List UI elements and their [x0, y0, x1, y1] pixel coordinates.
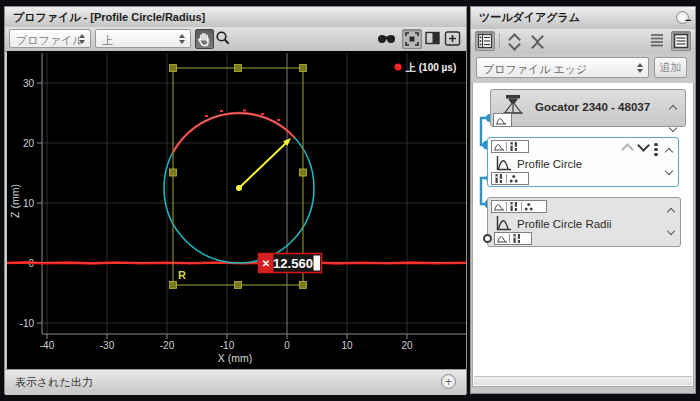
svg-text:-20: -20	[160, 340, 175, 351]
hand-icon	[196, 30, 213, 48]
svg-text:-10: -10	[20, 318, 35, 329]
profile-plot-area[interactable]: 30 20 10 0 -10 -40 -30 -20 -10 0 10 20 X…	[7, 51, 466, 369]
radii-output-ports[interactable]	[494, 232, 532, 245]
profile-port-icon	[495, 115, 507, 126]
boxed-list-icon	[672, 32, 690, 50]
profile-circle-input-ports[interactable]	[491, 140, 529, 153]
z-axis-label: Z (mm)	[9, 184, 21, 218]
sensor-block-label: Gocator 2340 - 48037	[535, 101, 650, 113]
sensor-icon	[501, 95, 525, 115]
svg-text:10: 10	[23, 198, 35, 209]
add-tool-button[interactable]: 追加	[654, 57, 687, 78]
move-up-icon[interactable]	[621, 143, 634, 156]
legend-dot-icon	[395, 64, 402, 71]
profile-view-panel: プロファイル - [Profile Circle/Radius] プロファイル …	[4, 6, 467, 394]
x-axis-label: X (mm)	[218, 352, 252, 364]
scan-arc-highlight	[173, 113, 295, 153]
block-collapse-icon[interactable]	[665, 202, 677, 238]
feature-port-icon	[508, 173, 520, 184]
plot-grid	[42, 53, 466, 334]
z-tick-labels: 30 20 10 0 -10	[20, 78, 35, 329]
measurement-port-icon	[493, 173, 505, 184]
profile-port-icon	[496, 233, 508, 244]
svg-text:20: 20	[401, 340, 413, 351]
expand-all-button[interactable]	[505, 31, 525, 51]
mode-dropdown[interactable]: プロファイル	[9, 29, 91, 48]
profile-circle-label: Profile Circle	[517, 158, 582, 170]
svg-text:0: 0	[284, 340, 290, 351]
feature-port-icon	[523, 201, 535, 212]
radii-input-ports[interactable]	[491, 200, 547, 213]
tool-diagram-title: ツールダイアグラム	[479, 10, 580, 25]
profile-circle-radii-label: Profile Circle Radii	[517, 218, 612, 230]
scan-arc	[173, 113, 295, 153]
radius-arrow[interactable]	[239, 143, 286, 188]
diagram-list-icon	[476, 32, 494, 50]
measurement-port-icon	[508, 141, 520, 152]
svg-text:30: 30	[23, 78, 35, 89]
block-collapse-icon[interactable]	[663, 142, 675, 178]
measurement-region[interactable]	[173, 68, 303, 285]
unconnected-port-icon[interactable]	[483, 234, 492, 243]
toolbar-separator	[499, 33, 500, 49]
right-panel-titlebar: ツールダイアグラム −	[471, 7, 695, 30]
profile-tool-icon	[495, 215, 512, 232]
diagram-view-button[interactable]	[475, 31, 495, 51]
zoom-tool-button[interactable]	[214, 29, 233, 49]
circle-center-dot[interactable]	[236, 185, 242, 191]
add-output-button[interactable]: +	[441, 374, 456, 389]
left-panel-titlebar: プロファイル - [Profile Circle/Radius]	[5, 7, 466, 28]
profile-port-icon	[493, 201, 505, 212]
dropdown-arrows-icon	[179, 34, 186, 44]
fit-view-button[interactable]	[402, 29, 422, 49]
list-view-button[interactable]	[648, 31, 668, 51]
plus-square-icon	[444, 29, 461, 48]
measurement-port-icon	[511, 233, 523, 244]
page-title: プロファイル - [Profile Circle/Radius]	[13, 10, 205, 25]
profile-plot-svg: 30 20 10 0 -10 -40 -30 -20 -10 0 10 20 X…	[7, 51, 466, 369]
split-view-button[interactable]	[424, 29, 442, 49]
pan-tool-button[interactable]	[195, 29, 214, 49]
block-menu-icon[interactable]	[654, 141, 658, 158]
move-down-icon[interactable]	[637, 139, 650, 152]
displayed-output-bar: 表示された出力 +	[5, 369, 466, 395]
view-dropdown[interactable]: 上	[95, 29, 191, 48]
measurement-port-icon	[508, 201, 520, 212]
expand-view-button[interactable]	[444, 29, 462, 49]
diagram-canvas[interactable]: Gocator 2340 - 48037	[472, 83, 694, 387]
tool-type-dropdown[interactable]: プロファイル エッジ	[476, 57, 649, 78]
collapse-panel-button[interactable]: −	[676, 11, 689, 24]
profile-port-icon	[493, 141, 505, 152]
diagram-toolbar	[471, 29, 695, 54]
svg-text:20: 20	[23, 138, 35, 149]
sensor-block[interactable]: Gocator 2340 - 48037	[490, 89, 686, 127]
svg-text:-30: -30	[100, 340, 115, 351]
3d-view-button[interactable]	[375, 29, 398, 49]
callout-grab-bar[interactable]	[314, 256, 321, 271]
tool-picker-row: プロファイル エッジ 追加	[471, 53, 695, 84]
plot-toolbar: プロファイル 上	[5, 27, 466, 52]
glasses-icon	[375, 29, 398, 49]
svg-text:-40: -40	[40, 340, 55, 351]
x-tick-labels: -40 -30 -20 -10 0 10 20	[40, 340, 413, 351]
magnifier-icon	[214, 29, 231, 47]
diagram-hscrollbar[interactable]	[474, 376, 692, 385]
svg-text:-10: -10	[220, 340, 235, 351]
profile-circle-radii-block[interactable]: Profile Circle Radii	[487, 197, 681, 247]
callout-close-icon[interactable]: ✕	[262, 258, 270, 269]
tool-diagram-panel: ツールダイアグラム −	[470, 6, 696, 394]
collapse-all-button[interactable]	[528, 31, 548, 51]
profile-circle-output-ports[interactable]	[491, 172, 529, 185]
card-view-button[interactable]	[671, 31, 691, 51]
region-label: R	[178, 269, 186, 281]
plot-axes	[37, 53, 466, 339]
block-collapse-icon[interactable]	[667, 99, 679, 135]
legend-label: 上 (100 µs)	[405, 62, 456, 73]
profile-circle-block[interactable]: Profile Circle	[487, 137, 679, 187]
fit-screen-icon	[403, 30, 421, 48]
measurement-value: 12.560	[273, 256, 313, 271]
profile-tool-icon	[495, 155, 512, 172]
sensor-output-port[interactable]	[493, 113, 512, 127]
plot-legend: 上 (100 µs)	[395, 62, 457, 73]
measurement-callout[interactable]: ✕ 12.560	[259, 254, 322, 273]
